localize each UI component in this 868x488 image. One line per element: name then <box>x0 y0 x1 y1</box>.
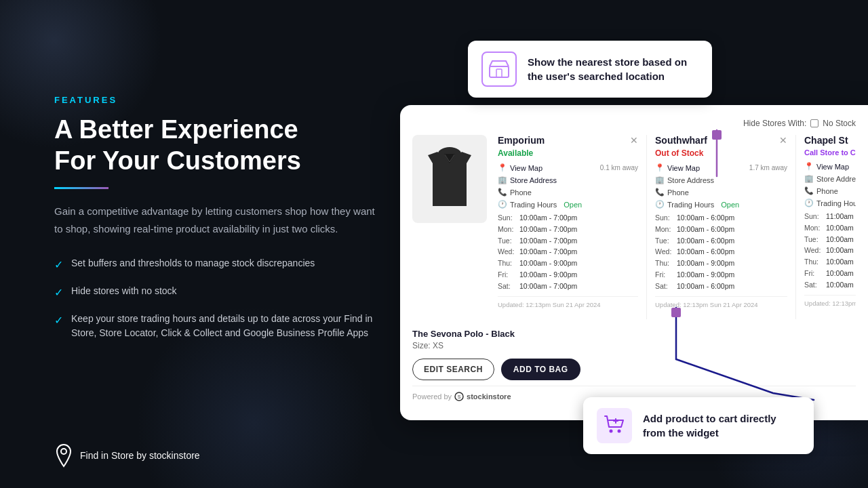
southwharf-map-row: 📍 View Map 1.7 km away <box>655 163 787 172</box>
clock-icon-2: 🕐 <box>655 200 663 209</box>
building-icon-2: 🏢 <box>655 176 663 184</box>
emporium-hour-4: Thu:10:00am - 9:00pm <box>498 258 638 269</box>
checklist-item-1: ✓ Set buffers and thresholds to manage s… <box>54 256 380 273</box>
store-icon <box>488 60 510 79</box>
svg-point-0 <box>61 449 66 454</box>
chapelst-hours-label: Trading Hours <box>816 199 856 207</box>
emporium-trading-hours: Sun:10:00am - 7:00pm Mon:10:00am - 7:00p… <box>498 212 638 292</box>
emporium-hour-6: Sat:10:00am - 7:00pm <box>498 281 638 292</box>
stockinstore-logo-icon: S <box>454 392 464 401</box>
emporium-hour-5: Fri:10:00am - 9:00pm <box>498 269 638 281</box>
chapelst-phone[interactable]: Phone <box>816 187 838 195</box>
checklist-item-3: ✓ Keep your store trading hours and deta… <box>54 312 380 340</box>
emporium-hours-label: Trading Hours <box>510 201 557 209</box>
callout-bottom-icon-box <box>597 408 632 443</box>
emporium-hours-open: Open <box>564 201 582 209</box>
chapelst-address[interactable]: Store Address <box>816 175 856 183</box>
heading-line2: For Your Customers <box>54 146 301 175</box>
emporium-phone-row: 📞 Phone <box>498 188 638 197</box>
connector-dot-bottom <box>671 308 681 317</box>
callout-top-icon-box <box>481 52 517 87</box>
product-image <box>412 135 487 223</box>
product-info-left: The Sevona Polo - Black Size: XS EDIT SE… <box>412 329 580 380</box>
cs-hour-0: Sun:11:00am - 5:00pm <box>804 211 856 222</box>
emporium-hour-0: Sun:10:00am - 7:00pm <box>498 212 638 224</box>
heading-line1: A Better Experience <box>54 115 298 144</box>
checklist-text-1: Set buffers and thresholds to manage sto… <box>71 256 315 270</box>
southwharf-view-map[interactable]: View Map <box>667 164 700 172</box>
emporium-address[interactable]: Store Address <box>510 176 557 184</box>
store-emporium: Emporium ✕ Available 📍 View Map 0.1 km a… <box>498 135 647 319</box>
svg-point-9 <box>618 430 621 433</box>
right-section: Show the nearest store based on the user… <box>380 0 868 488</box>
cart-icon <box>602 413 627 438</box>
southwharf-address[interactable]: Store Address <box>667 176 714 184</box>
southwharf-trading-hours: Sun:10:00am - 6:00pm Mon:10:00am - 6:00p… <box>655 212 787 292</box>
sw-hour-6: Sat:10:00am - 6:00pm <box>655 281 787 292</box>
emporium-close[interactable]: ✕ <box>630 135 638 146</box>
southwharf-name: Southwharf <box>655 135 707 146</box>
divider <box>54 187 108 189</box>
chapelst-address-row: 🏢 Store Address <box>804 174 856 183</box>
emporium-status: Available <box>498 148 638 158</box>
edit-search-button[interactable]: EDIT SEARCH <box>412 359 494 380</box>
emporium-map-row: 📍 View Map 0.1 km away <box>498 163 638 172</box>
location-icon <box>54 443 73 468</box>
polo-shirt-image <box>422 142 477 216</box>
phone-icon: 📞 <box>498 188 506 197</box>
sw-hour-2: Tue:10:00am - 6:00pm <box>655 235 787 247</box>
check-icon-2: ✓ <box>54 285 63 301</box>
no-stock-label: No Stock <box>823 119 856 128</box>
southwharf-hours-label: Trading Hours <box>667 201 714 209</box>
product-name: The Sevona Polo - Black <box>412 329 580 339</box>
chapelst-hours-row: 🕐 Trading Hours Open <box>804 199 856 207</box>
add-to-bag-button[interactable]: ADD TO BAG <box>501 359 580 380</box>
cs-hour-2: Tue:10:00am - <box>804 234 856 245</box>
map-pin-icon-3: 📍 <box>804 162 812 171</box>
cs-hour-6: Sat:10:00am - <box>804 279 856 291</box>
phone-icon-2: 📞 <box>655 188 663 197</box>
svg-rect-2 <box>496 69 502 77</box>
powered-by-text: Powered by <box>412 392 452 401</box>
southwharf-close[interactable]: ✕ <box>779 135 787 146</box>
cs-hour-4: Thu:10:00am - <box>804 256 856 268</box>
hide-stores-label: Hide Stores With: <box>743 119 806 128</box>
action-buttons: EDIT SEARCH ADD TO BAG <box>412 359 580 380</box>
emporium-view-map[interactable]: View Map <box>510 164 542 172</box>
chapelst-map-row: 📍 View Map 4.4 km <box>804 162 856 171</box>
widget-panel: Hide Stores With: No Stock <box>400 105 868 420</box>
checklist-item-2: ✓ Hide stores with no stock <box>54 284 380 301</box>
left-panel: FEATURES A Better Experience For Your Cu… <box>54 95 380 340</box>
callout-top: Show the nearest store based on the user… <box>468 41 712 98</box>
features-label: FEATURES <box>54 95 380 105</box>
southwharf-address-row: 🏢 Store Address <box>655 176 787 184</box>
svg-rect-1 <box>490 66 509 77</box>
check-icon-1: ✓ <box>54 257 63 273</box>
southwharf-phone[interactable]: Phone <box>667 188 689 197</box>
product-footer: The Sevona Polo - Black Size: XS EDIT SE… <box>412 329 856 386</box>
emporium-address-row: 🏢 Store Address <box>498 176 638 184</box>
emporium-hour-1: Mon:10:00am - 7:00pm <box>498 224 638 235</box>
cs-hour-1: Mon:10:00am - <box>804 222 856 234</box>
map-pin-icon-2: 📍 <box>655 163 663 172</box>
southwharf-distance: 1.7 km away <box>749 164 787 171</box>
emporium-hour-2: Tue:10:00am - 7:00pm <box>498 235 638 247</box>
emporium-distance: 0.1 km away <box>600 164 638 171</box>
chapelst-trading-hours: Sun:11:00am - 5:00pm Mon:10:00am - Tue:1… <box>804 211 856 291</box>
emporium-hour-3: Wed:10:00am - 7:00pm <box>498 246 638 258</box>
connector-dot-top <box>712 130 722 140</box>
building-icon: 🏢 <box>498 176 506 184</box>
southwharf-hours-open: Open <box>721 201 739 209</box>
callout-bottom: Add product to cart directly from the wi… <box>583 397 814 454</box>
emporium-hours-row: 🕐 Trading Hours Open <box>498 200 638 209</box>
no-stock-checkbox[interactable] <box>810 119 818 127</box>
chapelst-view-map[interactable]: View Map <box>816 163 849 171</box>
main-heading: A Better Experience For Your Customers <box>54 115 380 176</box>
chapelst-header: Chapel St <box>804 135 856 146</box>
product-row: Emporium ✕ Available 📍 View Map 0.1 km a… <box>412 135 856 319</box>
emporium-phone[interactable]: Phone <box>510 188 532 197</box>
hide-stores-row: Hide Stores With: No Stock <box>412 119 856 128</box>
callout-bottom-text: Add product to cart directly from the wi… <box>643 411 800 440</box>
store-southwharf: Southwharf ✕ Out of Stock 📍 View Map 1.7… <box>647 135 796 319</box>
chapelst-status: Call Store to Confirm <box>804 148 856 157</box>
